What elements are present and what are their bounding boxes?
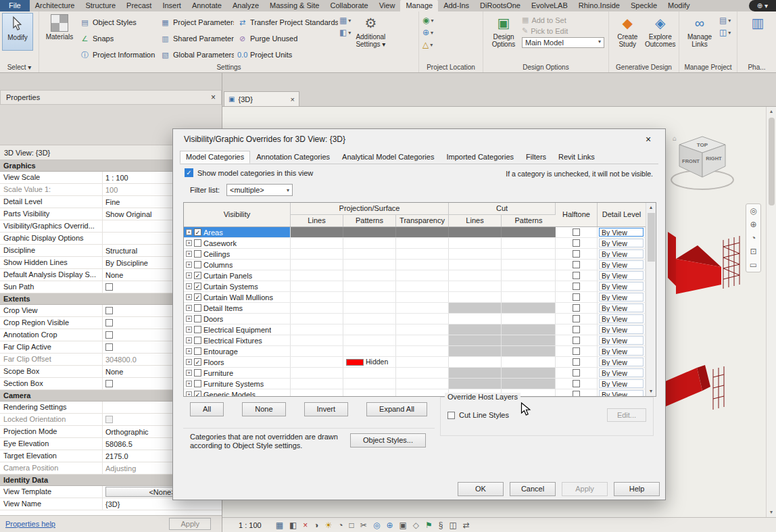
- object-styles-button[interactable]: Object Styles...: [350, 433, 426, 448]
- category-row-furniture-systems[interactable]: +Furniture SystemsBy View: [184, 379, 646, 389]
- category-row-areas[interactable]: +✓AreasBy View: [184, 227, 646, 238]
- projection-patterns-cell[interactable]: [343, 281, 396, 291]
- scroll-down-arrow[interactable]: ▾: [770, 508, 773, 517]
- ribbon-tab-add-ins[interactable]: Add-Ins: [438, 0, 475, 11]
- add-to-set-button[interactable]: ▦ Add to Set: [522, 16, 604, 24]
- detail-level-select[interactable]: By View: [599, 304, 644, 312]
- ribbon-tab-file[interactable]: File: [0, 0, 30, 11]
- halftone-checkbox[interactable]: [573, 293, 580, 301]
- visibility-cell[interactable]: +Entourage: [184, 346, 291, 356]
- transparency-cell[interactable]: [396, 281, 449, 291]
- ribbon-tab-structure[interactable]: Structure: [80, 0, 121, 11]
- status-icon-16[interactable]: ⇄: [463, 521, 470, 530]
- project-location-button-3[interactable]: △▾: [422, 40, 479, 49]
- transparency-cell[interactable]: [396, 292, 449, 302]
- manage-project-button-2[interactable]: ◫▾: [719, 28, 731, 37]
- transparency-cell[interactable]: [396, 379, 449, 389]
- ribbon-tab-rhino-inside[interactable]: Rhino.Inside: [573, 0, 625, 11]
- halftone-checkbox[interactable]: [573, 283, 580, 290]
- category-row-columns[interactable]: +ColumnsBy View: [184, 260, 646, 270]
- halftone-checkbox[interactable]: [573, 228, 580, 236]
- category-row-electrical-fixtures[interactable]: +Electrical FixturesBy View: [184, 335, 646, 346]
- transparency-cell[interactable]: [396, 314, 449, 324]
- status-icon-6[interactable]: ◔: [338, 521, 343, 530]
- column-header-visibility[interactable]: Visibility: [184, 203, 291, 226]
- halftone-checkbox[interactable]: [573, 315, 580, 322]
- halftone-checkbox[interactable]: [573, 272, 580, 279]
- halftone-checkbox[interactable]: [573, 347, 580, 355]
- projection-lines-cell[interactable]: [291, 368, 343, 378]
- panel-label-settings[interactable]: Settings: [39, 64, 418, 72]
- transparency-cell[interactable]: [396, 324, 449, 335]
- expand-icon[interactable]: +: [186, 337, 192, 343]
- view-tab-3d[interactable]: ▣ {3D} ×: [224, 91, 299, 106]
- detail-level-select[interactable]: By View: [599, 228, 644, 237]
- status-icon-5[interactable]: ☀: [325, 521, 333, 530]
- projection-patterns-cell[interactable]: [343, 335, 396, 345]
- active-design-option-select[interactable]: Main Model ▾: [522, 37, 604, 48]
- dialog-tab-imported-categories[interactable]: Imported Categories: [440, 151, 520, 164]
- cut-patterns-cell[interactable]: [502, 357, 556, 367]
- nav-icon-4[interactable]: ⊡: [750, 247, 756, 256]
- projection-lines-cell[interactable]: [291, 260, 343, 270]
- cut-patterns-cell[interactable]: [502, 249, 556, 259]
- column-header-projection-surface[interactable]: Projection/Surface: [291, 203, 449, 215]
- column-header-cut[interactable]: Cut: [449, 203, 556, 215]
- dialog-tab-filters[interactable]: Filters: [520, 151, 552, 164]
- projection-patterns-cell[interactable]: [343, 260, 396, 270]
- detail-level-select[interactable]: By View: [599, 358, 644, 366]
- cut-lines-cell[interactable]: [449, 303, 502, 313]
- status-icon-10[interactable]: ⊕: [386, 521, 393, 530]
- category-row-curtain-panels[interactable]: +✓Curtain PanelsBy View: [184, 270, 646, 281]
- cut-patterns-cell[interactable]: [502, 379, 556, 389]
- cut-lines-cell[interactable]: [449, 346, 502, 356]
- category-row-curtain-wall-mullions[interactable]: +✓Curtain Wall MullionsBy View: [184, 292, 646, 303]
- projection-lines-cell[interactable]: [291, 303, 343, 313]
- detail-level-select[interactable]: By View: [599, 293, 644, 301]
- status-icon-1[interactable]: ▦: [276, 521, 283, 530]
- projection-patterns-cell[interactable]: [343, 238, 396, 248]
- transparency-cell[interactable]: [396, 260, 449, 270]
- expand-icon[interactable]: +: [186, 316, 192, 322]
- cut-patterns-cell[interactable]: [502, 324, 556, 335]
- ribbon-tab-dirootsone[interactable]: DiRootsOne: [475, 0, 526, 11]
- detail-level-select[interactable]: By View: [599, 347, 644, 356]
- projection-lines-cell[interactable]: [291, 281, 343, 291]
- expand-icon[interactable]: +: [186, 370, 192, 376]
- visibility-cell[interactable]: +✓Areas: [184, 227, 291, 237]
- panel-label-manage-project[interactable]: Manage Project: [679, 64, 737, 72]
- expand-icon[interactable]: +: [186, 283, 192, 289]
- global-parameters-button[interactable]: ▧Global Parameters: [158, 47, 234, 63]
- transparency-cell[interactable]: [396, 238, 449, 248]
- category-row-furniture[interactable]: +FurnitureBy View: [184, 368, 646, 379]
- expand-all-button[interactable]: Expand All: [366, 402, 427, 416]
- cut-lines-cell[interactable]: [449, 270, 502, 281]
- transparency-cell[interactable]: [396, 389, 449, 397]
- detail-level-select[interactable]: By View: [599, 379, 644, 388]
- visibility-cell[interactable]: +Detail Items: [184, 303, 291, 313]
- properties-help-link[interactable]: Properties help: [5, 520, 55, 528]
- expand-icon[interactable]: +: [186, 294, 192, 300]
- panel-label-phasing[interactable]: Pha...: [737, 64, 776, 72]
- visibility-checkbox[interactable]: [194, 304, 201, 312]
- visibility-checkbox[interactable]: [194, 239, 201, 247]
- visibility-cell[interactable]: +Ceilings: [184, 249, 291, 259]
- settings-dropdown-button-1[interactable]: ▦▾: [339, 16, 351, 25]
- crop-region-visible-checkbox[interactable]: [105, 319, 113, 327]
- project-location-button-2[interactable]: ⊕▾: [422, 28, 479, 37]
- detail-level-select[interactable]: By View: [599, 314, 644, 323]
- expand-icon[interactable]: +: [186, 359, 192, 365]
- table-scrollbar[interactable]: ▴ ▾: [646, 203, 656, 396]
- status-icon-7[interactable]: □: [349, 521, 354, 530]
- projection-patterns-cell[interactable]: [343, 303, 396, 313]
- category-row-ceilings[interactable]: +CeilingsBy View: [184, 249, 646, 260]
- column-header-detail-level[interactable]: Detail Level: [598, 203, 646, 226]
- detail-level-select[interactable]: By View: [599, 336, 644, 345]
- ribbon-tab-analyze[interactable]: Analyze: [227, 0, 264, 11]
- cut-lines-cell[interactable]: [449, 238, 502, 248]
- expand-icon[interactable]: +: [186, 262, 192, 268]
- status-icon-8[interactable]: ✂: [360, 521, 367, 530]
- halftone-checkbox[interactable]: [573, 304, 580, 312]
- visibility-cell[interactable]: +✓Curtain Wall Mullions: [184, 292, 291, 302]
- visibility-cell[interactable]: +Furniture: [184, 368, 291, 378]
